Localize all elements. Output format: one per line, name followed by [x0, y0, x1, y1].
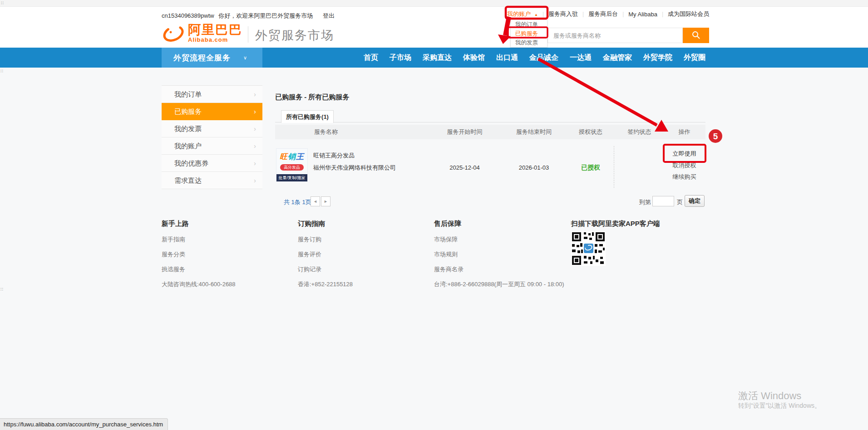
welcome-text: 你好，欢迎来阿里巴巴外贸服务市场 — [218, 12, 313, 19]
footer-column-beginner: 新手上路 新手指南 服务分类 挑选服务 大陆咨询热线:400-600-2688 — [162, 220, 236, 295]
action-use-now[interactable]: 立即使用 — [663, 150, 705, 158]
service-logo-footer: 批量/复制/搬家 — [276, 174, 307, 181]
nav-item-home[interactable]: 首页 — [361, 53, 381, 63]
brand-block[interactable]: 阿里巴巴 Alibaba.com — [188, 24, 242, 43]
footer-column-title: 新手上路 — [162, 220, 236, 228]
sidebar-item-label: 我的发票 — [174, 125, 202, 132]
chevron-right-icon: › — [254, 155, 256, 172]
col-header-end-date: 服务结束时间 — [502, 128, 566, 136]
sidebar-item-my-coupons[interactable]: 我的优惠券› — [162, 155, 262, 172]
sidebar-item-my-invoices[interactable]: 我的发票› — [162, 120, 262, 137]
nav-item-submarket[interactable]: 子市场 — [387, 53, 414, 63]
goto-page-label: 到第 — [639, 198, 651, 206]
service-name[interactable]: 旺销王高分发品 — [313, 151, 355, 160]
nav-item-experience[interactable]: 体验馆 — [460, 53, 488, 63]
top-strip — [0, 0, 868, 7]
sidebar-item-my-account[interactable]: 我的账户› — [162, 137, 262, 155]
auth-status-badge: 已授权 — [566, 164, 616, 172]
top-link-my-alibaba[interactable]: My Alibaba — [628, 11, 657, 18]
sidebar: 我的订单› 已购服务› 我的发票› 我的账户› 我的优惠券› 需求直达› — [162, 85, 262, 189]
page-unit-label: 页 — [677, 198, 683, 206]
logout-link[interactable]: 登出 — [323, 12, 335, 19]
table-header-row: 服务名称 服务开始时间 服务结束时间 授权状态 签约状态 操作 — [275, 125, 705, 139]
chevron-right-icon: › — [254, 103, 256, 120]
divider: | — [582, 11, 584, 17]
top-link-become-member[interactable]: 成为国际站会员 — [668, 10, 709, 18]
sidebar-item-label: 已购服务 — [174, 108, 202, 115]
service-logo-title: 旺销王 — [276, 151, 307, 162]
footer-link[interactable]: 订购记录 — [298, 265, 353, 274]
page: :: cn1534096389pwtw 你好，欢迎来阿里巴巴外贸服务市场 登出 … — [0, 0, 868, 430]
sidebar-item-label: 我的账户 — [174, 142, 202, 150]
nav-item-circle[interactable]: 外贸圈 — [681, 53, 708, 63]
nav-item-export[interactable]: 出口通 — [493, 53, 521, 63]
category-menu-label: 外贸流程全服务 — [173, 53, 231, 63]
col-header-start-date: 服务开始时间 — [427, 128, 502, 136]
footer-hotline: 香港:+852-22155128 — [298, 280, 353, 288]
nav-item-procurement[interactable]: 采购直达 — [420, 53, 454, 63]
top-link-provider-join[interactable]: 服务商入驻 — [548, 10, 578, 18]
service-provider[interactable]: 福州华天伟业网络科技有限公司 — [313, 164, 396, 172]
chevron-right-icon: › — [254, 120, 256, 137]
footer-hotline: 台湾:+886-2-66029888(周一至周五 09:00 - 18:00) — [434, 280, 564, 288]
footer-link[interactable]: 市场规则 — [434, 250, 564, 259]
brand-name-en: Alibaba.com — [188, 36, 242, 43]
top-links: 我的账户 ▲ | 服务商入驻 | 服务商后台 | My Alibaba | 成为… — [507, 10, 709, 18]
username: cn1534096389pwtw — [162, 12, 214, 19]
footer-link[interactable]: 服务商名录 — [434, 265, 564, 274]
chevron-right-icon: › — [254, 172, 256, 189]
footer-column-after-sales: 售后保障 市场保障 市场规则 服务商名录 台湾:+886-2-66029888(… — [434, 220, 564, 295]
col-header-sign-status: 签约状态 — [616, 128, 663, 136]
divider: | — [542, 11, 544, 17]
sidebar-item-my-orders[interactable]: 我的订单› — [162, 86, 262, 103]
pagination-next-button[interactable]: ► — [321, 196, 330, 206]
nav-items: 首页 子市场 采购直达 体验馆 出口通 金品诚企 一达通 金融管家 外贸学院 外… — [361, 48, 708, 68]
action-cancel-auth[interactable]: 取消授权 — [663, 161, 705, 170]
app-qr-code — [571, 231, 606, 266]
footer-link[interactable]: 服务评价 — [298, 250, 353, 259]
nav-item-gold-supplier[interactable]: 金品诚企 — [527, 53, 561, 63]
confirm-button[interactable]: 确定 — [685, 195, 705, 207]
pagination-prev-button[interactable]: ◄ — [311, 196, 320, 206]
footer-column-order-guide: 订购指南 服务订购 服务评价 订购记录 香港:+852-22155128 — [298, 220, 353, 295]
footer-link[interactable]: 市场保障 — [434, 235, 564, 244]
menu-item-my-invoices[interactable]: 我的发票 — [511, 38, 547, 47]
divider: | — [622, 11, 624, 17]
tab-all-purchased-services[interactable]: 所有已购服务(1) — [281, 110, 334, 123]
page-title: 已购服务 - 所有已购服务 — [275, 93, 349, 102]
col-header-service-name: 服务名称 — [275, 128, 427, 136]
search-button[interactable] — [683, 28, 709, 43]
status-bar-url: https://fuwu.alibaba.com/account/my_purc… — [0, 418, 168, 430]
my-account-menu-trigger[interactable]: 我的账户 ▲ — [507, 10, 538, 18]
col-header-auth-status: 授权状态 — [566, 128, 616, 136]
footer-link[interactable]: 挑选服务 — [162, 265, 236, 274]
action-buy-again[interactable]: 继续购买 — [663, 173, 705, 181]
category-menu-button[interactable]: 外贸流程全服务 ∨ — [162, 48, 262, 68]
divider — [248, 26, 248, 43]
service-start-date: 2025-12-04 — [427, 164, 502, 171]
chevron-right-icon: › — [254, 137, 256, 155]
edge-artifact: :: — [0, 287, 4, 291]
footer-link[interactable]: 新手指南 — [162, 235, 236, 244]
footer-link[interactable]: 服务订购 — [298, 235, 353, 244]
sidebar-item-purchased-services[interactable]: 已购服务› — [162, 103, 262, 120]
menu-item-purchased-services[interactable]: 已购服务 — [511, 29, 547, 38]
pagination-summary: 共 1条 1页 — [284, 198, 311, 206]
goto-page-input[interactable] — [652, 196, 674, 206]
site-name: 外贸服务市场 — [255, 27, 334, 44]
nav-item-academy[interactable]: 外贸学院 — [641, 53, 675, 63]
service-end-date: 2026-01-03 — [502, 164, 566, 171]
search-input[interactable] — [547, 28, 683, 43]
nav-item-yidatong[interactable]: 一达通 — [567, 53, 594, 63]
brand-name-cn: 阿里巴巴 — [188, 24, 242, 36]
sidebar-item-label: 我的订单 — [174, 90, 202, 98]
top-link-provider-console[interactable]: 服务商后台 — [588, 10, 618, 18]
footer-link[interactable]: 服务分类 — [162, 250, 236, 259]
windows-activation-watermark: 激活 Windows — [738, 389, 801, 403]
footer-hotline: 大陆咨询热线:400-600-2688 — [162, 280, 236, 288]
divider — [614, 146, 614, 188]
nav-item-finance[interactable]: 金融管家 — [600, 53, 635, 63]
sidebar-item-demand-direct[interactable]: 需求直达› — [162, 172, 262, 189]
menu-item-my-orders[interactable]: 我的订单 — [511, 20, 547, 29]
service-logo: 旺销王 高分发品 批量/复制/搬家 — [276, 148, 308, 182]
